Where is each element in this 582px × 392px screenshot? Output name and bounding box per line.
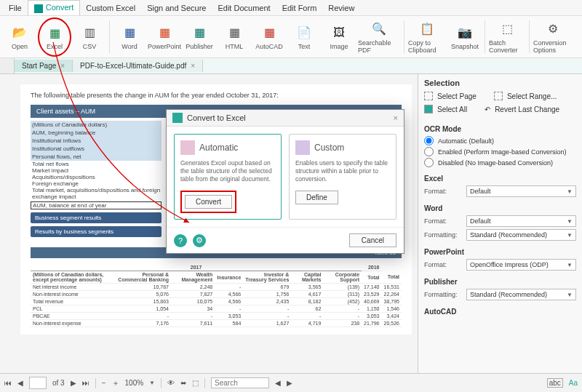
ribbon-open[interactable]: 📂Open bbox=[3, 17, 36, 56]
convert-icon bbox=[34, 4, 43, 13]
close-icon[interactable]: × bbox=[60, 62, 65, 70]
dialog-titlebar: Convert to Excel × bbox=[167, 110, 404, 127]
ocr-auto-radio[interactable]: Automatic (Default) bbox=[424, 136, 576, 145]
word-formatting-select[interactable]: Standard (Recommended)▼ bbox=[466, 229, 576, 241]
ribbon-snapshot[interactable]: 📷Snapshot bbox=[448, 17, 482, 56]
tab-label: Start Page bbox=[22, 62, 56, 70]
ribbon-text[interactable]: 📄Text bbox=[287, 17, 321, 56]
menu-review[interactable]: Review bbox=[322, 1, 360, 15]
search-input[interactable] bbox=[211, 377, 269, 388]
prev-page-btn[interactable]: ◀ bbox=[17, 379, 23, 387]
menu-sign-secure[interactable]: Sign and Secure bbox=[141, 1, 212, 15]
table-row: Net interest income10,7872,248-6793,565(… bbox=[31, 284, 402, 291]
ribbon-powerpoint[interactable]: ▦PowerPoint bbox=[148, 17, 181, 56]
zoom-in-btn[interactable]: ＋ bbox=[112, 378, 119, 388]
ppt-format-select[interactable]: OpenOffice Impress (ODP)▼ bbox=[466, 259, 576, 271]
menu-file[interactable]: File bbox=[3, 1, 28, 15]
dialog-title-text: Convert to Excel bbox=[187, 113, 246, 122]
automatic-icon bbox=[180, 140, 195, 155]
convert-dialog: Convert to Excel × Automatic Generates E… bbox=[166, 109, 404, 254]
table-row-boxed: AUM, balance at end of year bbox=[31, 201, 162, 209]
table-row: Institutional inflows bbox=[31, 137, 162, 145]
select-page-btn[interactable]: Select Page bbox=[424, 92, 477, 100]
custom-card[interactable]: Custom Enables users to specify the tabl… bbox=[289, 134, 396, 220]
menu-convert[interactable]: Convert bbox=[28, 0, 81, 15]
ocr-enabled-radio[interactable]: Enabled (Perform Image-based Conversion) bbox=[424, 147, 576, 156]
menu-custom-excel[interactable]: Custom Excel bbox=[80, 1, 141, 15]
ribbon-html[interactable]: ▦HTML bbox=[218, 17, 251, 56]
intro-text: The following table presents the change … bbox=[31, 92, 402, 99]
tab-start-page[interactable]: Start Page× bbox=[15, 60, 73, 72]
first-page-btn[interactable]: ⏮ bbox=[4, 379, 12, 387]
batch-icon: ⬚ bbox=[498, 20, 516, 38]
fit-width-btn[interactable]: ⬌ bbox=[180, 379, 186, 387]
settings-icon[interactable]: ⚙ bbox=[193, 234, 206, 247]
revert-btn[interactable]: ↶Revert Last Change bbox=[485, 105, 559, 113]
ribbon-batch-converter[interactable]: ⬚Batch Converter bbox=[488, 17, 526, 56]
table-row: Total net flows bbox=[31, 161, 162, 167]
last-page-btn[interactable]: ⏭ bbox=[82, 379, 89, 387]
check-icon bbox=[424, 105, 433, 113]
ocr-disabled-radio[interactable]: Disabled (No Image-based Conversion) bbox=[424, 158, 576, 167]
view-btn[interactable]: 👁 bbox=[167, 379, 175, 387]
define-button[interactable]: Define bbox=[295, 191, 338, 204]
zoom-dropdown[interactable]: ▼ bbox=[149, 380, 155, 386]
pub-formatting-select[interactable]: Standard (Recommended)▼ bbox=[466, 289, 576, 300]
chevron-down-icon: ▼ bbox=[567, 188, 573, 195]
panel-section-title: OCR Mode bbox=[424, 125, 576, 133]
powerpoint-icon: ▦ bbox=[156, 24, 173, 41]
menu-edit-form[interactable]: Edit Form bbox=[276, 1, 323, 15]
select-all-btn[interactable]: Select All bbox=[424, 105, 467, 113]
ribbon-word[interactable]: ▦Word bbox=[113, 17, 146, 56]
panel-section-title: Selection bbox=[424, 79, 576, 87]
tool-aa[interactable]: Aa bbox=[569, 379, 578, 387]
image-icon: 🖼 bbox=[330, 24, 348, 41]
automatic-card[interactable]: Automatic Generates Excel ouput based on… bbox=[174, 134, 282, 220]
page-input[interactable] bbox=[29, 377, 47, 389]
search-next-btn[interactable]: ▶ bbox=[287, 379, 292, 387]
convert-button[interactable]: Convert bbox=[185, 195, 232, 209]
panel-section-title: Excel bbox=[424, 175, 576, 183]
close-button[interactable]: × bbox=[394, 113, 398, 122]
tab-document[interactable]: PDF-to-Excel-Ultimate-Guide.pdf× bbox=[73, 60, 203, 72]
table-row: Total market, acquisitions/dispositions … bbox=[31, 187, 183, 200]
select-range-icon bbox=[494, 92, 503, 100]
cancel-button[interactable]: Cancel bbox=[349, 233, 396, 247]
table-row: (Millions of Canadian dollars) bbox=[31, 121, 162, 129]
panel-section-title: AutoCAD bbox=[424, 308, 576, 316]
search-prev-btn[interactable]: ◀ bbox=[275, 379, 281, 387]
ribbon-toolbar: 📂Open ▦Excel ▥CSV ▦Word ▦PowerPoint ▦Pub… bbox=[0, 16, 582, 58]
ribbon-image[interactable]: 🖼Image bbox=[322, 17, 356, 56]
fit-page-btn[interactable]: ⬚ bbox=[192, 379, 199, 387]
ribbon-csv[interactable]: ▥CSV bbox=[73, 17, 106, 56]
zoom-out-btn[interactable]: − bbox=[102, 379, 106, 387]
status-bar: ⏮ ◀ of 3 ▶ ⏭ − ＋ 100% ▼ 👁 ⬌ ⬚ ◀ ▶ abc Aa bbox=[0, 373, 582, 392]
document-tab-strip: Start Page× PDF-to-Excel-Ultimate-Guide.… bbox=[0, 58, 582, 74]
chevron-down-icon: ▼ bbox=[567, 232, 573, 239]
custom-icon bbox=[295, 140, 310, 155]
chevron-down-icon: ▼ bbox=[567, 292, 573, 298]
tool-abc[interactable]: abc bbox=[547, 379, 563, 387]
close-icon[interactable]: × bbox=[191, 62, 195, 70]
html-icon: ▦ bbox=[226, 24, 243, 41]
result-pill: Business segment results bbox=[31, 212, 162, 223]
app-icon bbox=[172, 113, 183, 123]
menu-edit-document[interactable]: Edit Document bbox=[212, 1, 276, 15]
data-table: 20172016 (Millions of Canadian dollars, … bbox=[31, 264, 402, 327]
help-icon[interactable]: ? bbox=[174, 234, 187, 247]
csv-icon: ▥ bbox=[81, 24, 98, 41]
ribbon-searchable-pdf[interactable]: 🔍Searchable PDF bbox=[357, 17, 401, 56]
custom-desc: Enables users to specify the table struc… bbox=[295, 159, 390, 183]
ribbon-conversion-options[interactable]: ⚙Conversion Options bbox=[533, 17, 573, 56]
chevron-down-icon: ▼ bbox=[567, 262, 573, 268]
ribbon-publisher[interactable]: ▦Publisher bbox=[183, 17, 216, 56]
excel-format-select[interactable]: Default▼ bbox=[466, 185, 576, 197]
select-range-btn[interactable]: Select Range... bbox=[494, 92, 557, 100]
panel-section-title: Word bbox=[424, 204, 576, 212]
ribbon-copy-clipboard[interactable]: 📋Copy to Clipboard bbox=[407, 17, 447, 56]
next-page-btn[interactable]: ▶ bbox=[71, 379, 76, 387]
ribbon-autocad[interactable]: ▦AutoCAD bbox=[252, 17, 286, 56]
word-format-select[interactable]: Default▼ bbox=[466, 215, 576, 227]
text-icon: 📄 bbox=[295, 24, 313, 41]
ribbon-excel[interactable]: ▦Excel bbox=[38, 17, 71, 57]
